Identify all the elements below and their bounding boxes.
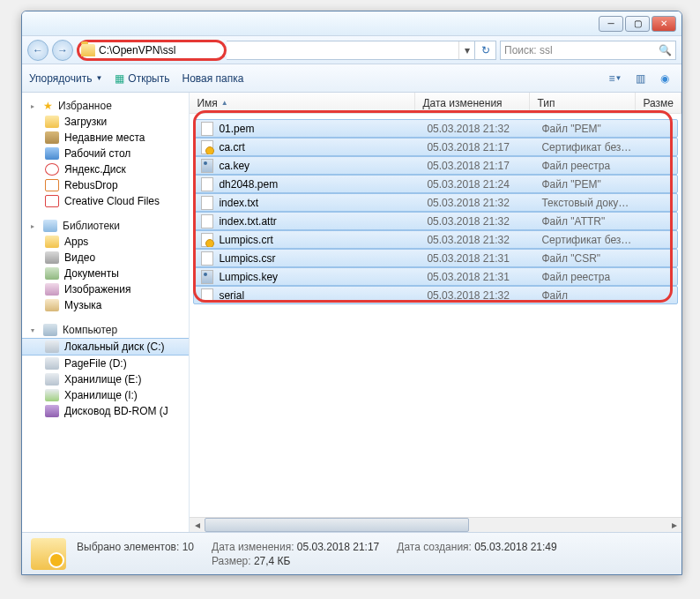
main-pane: Имя ▲ Дата изменения Тип Разме 01.pem05.… (190, 93, 681, 532)
sidebar-computer: ▾ Компьютер Локальный диск (C:)PageFile … (22, 322, 189, 419)
sidebar-favorites: ▸ ★ Избранное ЗагрузкиНедавние местаРабо… (22, 98, 189, 209)
sidebar-libraries: ▸ Библиотеки AppsВидеоДокументыИзображен… (22, 218, 189, 313)
open-button[interactable]: ▦ Открыть (115, 72, 169, 85)
sidebar-item[interactable]: RebusDrop (22, 177, 189, 193)
file-icon (201, 122, 213, 136)
newfolder-button[interactable]: Новая папка (182, 72, 243, 85)
preview-pane-button[interactable]: ▥ (630, 70, 650, 87)
scroll-right-icon[interactable]: ▸ (666, 519, 681, 531)
col-date-label: Дата изменения (422, 97, 502, 109)
col-size-label: Разме (643, 97, 674, 109)
sidebar-item-label: Рабочий стол (64, 147, 130, 160)
sidebar-item[interactable]: Яндекс.Диск (22, 161, 189, 177)
status-create-label: Дата создания: (397, 541, 472, 553)
sidebar-item[interactable]: PageFile (D:) (22, 356, 189, 371)
file-row[interactable]: serial05.03.2018 21:32Файл (193, 286, 678, 304)
file-row[interactable]: Lumpics.key05.03.2018 21:31Файл реестра (193, 267, 678, 286)
sidebar-item[interactable]: Документы (22, 266, 189, 281)
file-list: 01.pem05.03.2018 21:32Файл "PEM"ca.crt05… (190, 114, 681, 310)
libapps-icon (45, 236, 59, 248)
file-icon (201, 177, 213, 191)
computer-header[interactable]: ▾ Компьютер (22, 322, 189, 338)
back-button[interactable]: ← (27, 40, 48, 61)
scroll-left-icon[interactable]: ◂ (190, 519, 205, 531)
file-icon (201, 251, 213, 266)
sidebar-item[interactable]: Недавние места (22, 130, 189, 146)
explorer-window: ─ ▢ ✕ ← → ▾ ↻ Поиск: ssl 🔍 Упорядочить ▼… (21, 11, 682, 575)
status-mod-label: Дата изменения: (212, 541, 294, 553)
organize-button[interactable]: Упорядочить ▼ (29, 72, 102, 85)
file-row[interactable]: 01.pem05.03.2018 21:32Файл "PEM" (193, 119, 678, 138)
sidebar-item[interactable]: Apps (22, 234, 189, 250)
col-name[interactable]: Имя ▲ (190, 93, 415, 113)
libraries-header[interactable]: ▸ Библиотеки (22, 218, 189, 234)
star-icon: ★ (43, 100, 53, 112)
file-name: Lumpics.crt (219, 234, 272, 246)
bdrom-icon (45, 405, 59, 417)
scroll-thumb[interactable] (205, 518, 469, 532)
folder-icon (81, 44, 95, 56)
col-size[interactable]: Разме (636, 93, 681, 113)
sidebar-item[interactable]: Музыка (22, 297, 189, 313)
titlebar: ─ ▢ ✕ (22, 11, 681, 36)
collapse-icon: ▸ (31, 102, 38, 110)
open-icon: ▦ (115, 72, 124, 85)
file-name: index.txt.attr (219, 215, 276, 228)
libmus-icon (45, 299, 59, 311)
sidebar-item-label: Музыка (64, 299, 101, 311)
col-type[interactable]: Тип (530, 93, 636, 113)
file-date: 05.03.2018 21:17 (420, 160, 534, 172)
file-type: Файл реестра (534, 271, 640, 283)
col-name-label: Имя (197, 97, 217, 109)
scroll-track[interactable] (205, 518, 666, 532)
file-row[interactable]: Lumpics.crt05.03.2018 21:32Сертификат бе… (193, 230, 678, 249)
sidebar-item[interactable]: Рабочий стол (22, 146, 189, 161)
computer-label: Компьютер (63, 324, 117, 336)
sidebar-item[interactable]: Дисковод BD-ROM (J (22, 403, 189, 419)
expand-icon: ▾ (31, 326, 38, 334)
search-box[interactable]: Поиск: ssl 🔍 (500, 41, 676, 60)
sidebar-item[interactable]: Хранилище (I:) (22, 387, 189, 403)
file-row[interactable]: Lumpics.csr05.03.2018 21:31Файл "CSR" (193, 249, 678, 267)
file-row[interactable]: ca.crt05.03.2018 21:17Сертификат безо... (193, 138, 678, 156)
libraries-label: Библиотеки (63, 220, 120, 232)
file-name: Lumpics.key (219, 271, 278, 283)
sidebar-item[interactable]: Локальный диск (C:) (22, 338, 189, 356)
address-dropdown[interactable]: ▾ (458, 41, 474, 59)
file-row[interactable]: index.txt.attr05.03.2018 21:32Файл "ATTR… (193, 212, 678, 230)
file-row[interactable]: index.txt05.03.2018 21:32Текстовый докум… (193, 193, 678, 212)
address-input[interactable] (99, 44, 222, 56)
file-name: dh2048.pem (219, 178, 278, 191)
recent-icon (45, 131, 59, 144)
sidebar-item[interactable]: Хранилище (E:) (22, 371, 189, 387)
file-icon (201, 140, 213, 154)
drive-icon (45, 341, 59, 353)
sidebar-item[interactable]: Видео (22, 250, 189, 266)
maximize-button[interactable]: ▢ (625, 16, 650, 32)
forward-button[interactable]: → (52, 40, 73, 61)
file-row[interactable]: dh2048.pem05.03.2018 21:24Файл "PEM" (193, 175, 678, 193)
minimize-button[interactable]: ─ (599, 16, 623, 32)
open-label: Открыть (128, 72, 169, 85)
sidebar-item[interactable]: Creative Cloud Files (22, 193, 189, 209)
close-button[interactable]: ✕ (652, 16, 676, 32)
sidebar-item-label: Apps (64, 236, 88, 248)
col-date[interactable]: Дата изменения (415, 93, 530, 113)
favorites-header[interactable]: ▸ ★ Избранное (22, 98, 189, 114)
file-type: Текстовый докум... (534, 197, 640, 209)
file-icon (201, 196, 213, 210)
status-selection: Выбрано элементов: 10 (77, 541, 194, 553)
address-highlight (77, 40, 227, 61)
file-row[interactable]: ca.key05.03.2018 21:17Файл реестра (193, 156, 678, 175)
sidebar-item-label: Локальный диск (C:) (64, 341, 165, 353)
sidebar-item[interactable]: Изображения (22, 281, 189, 297)
view-button[interactable]: ≡ ▼ (606, 70, 625, 87)
sidebar-item-label: RebusDrop (64, 179, 118, 191)
file-date: 05.03.2018 21:17 (420, 141, 534, 153)
horizontal-scrollbar[interactable]: ◂ ▸ (190, 517, 681, 532)
sidebar-item[interactable]: Загрузки (22, 114, 189, 130)
body: ▸ ★ Избранное ЗагрузкиНедавние местаРабо… (22, 93, 681, 532)
file-date: 05.03.2018 21:24 (420, 178, 534, 191)
help-button[interactable]: ◉ (655, 70, 674, 87)
refresh-button[interactable]: ↻ (474, 41, 495, 59)
